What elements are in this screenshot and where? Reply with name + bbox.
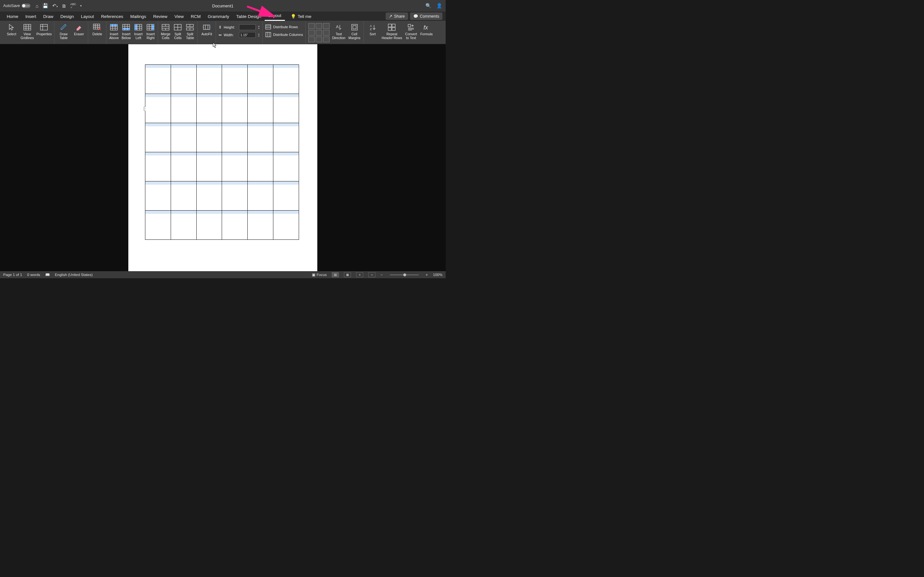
table-cell[interactable] bbox=[273, 65, 299, 94]
zoom-slider[interactable] bbox=[390, 274, 419, 276]
tab-table-layout[interactable]: Layout bbox=[265, 11, 285, 21]
table-cell[interactable] bbox=[222, 152, 248, 181]
sort-button[interactable]: AZ Sort bbox=[367, 23, 379, 36]
table-cell[interactable] bbox=[145, 123, 171, 152]
account-icon[interactable]: 👤 bbox=[436, 3, 443, 9]
distribute-columns-button[interactable]: Distribute Columns bbox=[265, 32, 303, 37]
toggle-off-icon[interactable]: OFF bbox=[21, 3, 31, 8]
table-cell[interactable] bbox=[171, 181, 196, 211]
align-middle-left-icon[interactable] bbox=[309, 30, 315, 35]
view-gridlines-button[interactable]: View Gridlines bbox=[21, 23, 34, 40]
table-cell[interactable] bbox=[273, 123, 299, 152]
table-cell[interactable] bbox=[171, 152, 196, 181]
tell-me[interactable]: 💡 Tell me bbox=[288, 12, 315, 21]
align-bottom-left-icon[interactable] bbox=[309, 37, 315, 42]
page-count[interactable]: Page 1 of 1 bbox=[3, 273, 22, 277]
spellcheck-icon[interactable]: ABC✓ bbox=[70, 3, 76, 9]
outline-view-icon[interactable]: ≡ bbox=[356, 272, 363, 277]
tab-mailings[interactable]: Mailings bbox=[127, 12, 150, 21]
formula-button[interactable]: fx Formula bbox=[420, 23, 433, 36]
align-bottom-center-icon[interactable] bbox=[316, 37, 322, 42]
split-table-button[interactable]: Split Table bbox=[185, 23, 195, 40]
autofit-button[interactable]: AutoFit bbox=[200, 23, 213, 36]
table-cell[interactable] bbox=[145, 152, 171, 181]
table-cell[interactable] bbox=[171, 123, 196, 152]
width-input[interactable] bbox=[239, 32, 256, 38]
table-cell[interactable] bbox=[222, 181, 248, 211]
align-middle-center-icon[interactable] bbox=[316, 30, 322, 35]
proofing-icon[interactable]: 📖 bbox=[45, 272, 50, 277]
customize-qat-icon[interactable]: ▾ bbox=[80, 4, 82, 7]
table-cell[interactable] bbox=[273, 211, 299, 240]
split-cells-button[interactable]: Split Cells bbox=[173, 23, 183, 40]
height-spinner[interactable]: ▲▼ bbox=[258, 25, 260, 29]
print-layout-view-icon[interactable]: ▤ bbox=[332, 272, 339, 277]
eraser-button[interactable]: Eraser bbox=[73, 23, 86, 36]
save-icon[interactable]: 💾 bbox=[42, 3, 48, 9]
share-button[interactable]: ↗ Share bbox=[386, 13, 408, 20]
delete-button[interactable]: Delete bbox=[91, 23, 103, 36]
table-cell[interactable] bbox=[222, 94, 248, 123]
merge-cells-button[interactable]: Merge Cells bbox=[161, 23, 170, 40]
table-row[interactable] bbox=[145, 65, 299, 94]
table-cell[interactable] bbox=[171, 94, 196, 123]
insert-left-button[interactable]: Insert Left bbox=[134, 23, 143, 40]
convert-to-text-button[interactable]: Convert to Text bbox=[405, 23, 417, 40]
align-bottom-right-icon[interactable] bbox=[323, 37, 330, 42]
height-input[interactable] bbox=[239, 24, 256, 30]
table-cell[interactable] bbox=[248, 94, 273, 123]
zoom-in-button[interactable]: + bbox=[426, 273, 428, 277]
table-row[interactable] bbox=[145, 94, 299, 123]
table-cell[interactable] bbox=[273, 152, 299, 181]
table-cell[interactable] bbox=[248, 181, 273, 211]
select-button[interactable]: Select bbox=[5, 23, 18, 36]
tab-references[interactable]: References bbox=[97, 12, 127, 21]
table-row[interactable] bbox=[145, 152, 299, 181]
table-cell[interactable] bbox=[196, 181, 222, 211]
tab-table-design[interactable]: Table Design bbox=[233, 12, 265, 21]
table-cell[interactable] bbox=[196, 152, 222, 181]
new-doc-icon[interactable]: 🗎 bbox=[61, 3, 66, 9]
tab-design[interactable]: Design bbox=[57, 12, 78, 21]
properties-button[interactable]: Properties bbox=[36, 23, 52, 36]
table-cell[interactable] bbox=[145, 181, 171, 211]
table-cell[interactable] bbox=[222, 123, 248, 152]
table-row[interactable] bbox=[145, 123, 299, 152]
table-cell[interactable] bbox=[273, 181, 299, 211]
table-cell[interactable] bbox=[196, 123, 222, 152]
document-page[interactable]: ✥ bbox=[128, 44, 317, 271]
table-cell[interactable] bbox=[196, 211, 222, 240]
insert-below-button[interactable]: Insert Below bbox=[121, 23, 131, 40]
home-icon[interactable]: ⌂ bbox=[36, 3, 39, 9]
table-cell[interactable] bbox=[248, 123, 273, 152]
tab-draw[interactable]: Draw bbox=[40, 12, 57, 21]
table-cell[interactable] bbox=[196, 65, 222, 94]
table-cell[interactable] bbox=[273, 94, 299, 123]
undo-icon[interactable]: ↶▾ bbox=[52, 3, 58, 9]
document-table[interactable] bbox=[145, 64, 299, 240]
autosave-toggle[interactable]: AutoSave OFF bbox=[3, 3, 31, 8]
tab-layout[interactable]: Layout bbox=[78, 12, 97, 21]
width-spinner[interactable]: ▲▼ bbox=[258, 33, 260, 37]
web-layout-view-icon[interactable]: ▦ bbox=[344, 272, 351, 277]
table-cell[interactable] bbox=[248, 211, 273, 240]
align-top-center-icon[interactable] bbox=[316, 23, 322, 29]
tab-home[interactable]: Home bbox=[3, 12, 22, 21]
word-count[interactable]: 0 words bbox=[27, 273, 40, 277]
search-icon[interactable]: 🔍 bbox=[425, 3, 431, 9]
table-cell[interactable] bbox=[248, 65, 273, 94]
table-cell[interactable] bbox=[222, 211, 248, 240]
table-row[interactable] bbox=[145, 181, 299, 211]
tab-grammarly[interactable]: Grammarly bbox=[204, 12, 233, 21]
table-cell[interactable] bbox=[145, 94, 171, 123]
text-direction-button[interactable]: A Text Direction bbox=[332, 23, 345, 40]
align-top-right-icon[interactable] bbox=[323, 23, 330, 29]
language-status[interactable]: English (United States) bbox=[55, 273, 93, 277]
tab-view[interactable]: View bbox=[171, 12, 187, 21]
table-cell[interactable] bbox=[171, 211, 196, 240]
insert-right-button[interactable]: Insert Right bbox=[145, 23, 155, 40]
repeat-header-rows-button[interactable]: Repeat Header Rows bbox=[382, 23, 402, 40]
tab-review[interactable]: Review bbox=[150, 12, 171, 21]
zoom-level[interactable]: 100% bbox=[433, 273, 443, 277]
insert-above-button[interactable]: Insert Above bbox=[109, 23, 119, 40]
